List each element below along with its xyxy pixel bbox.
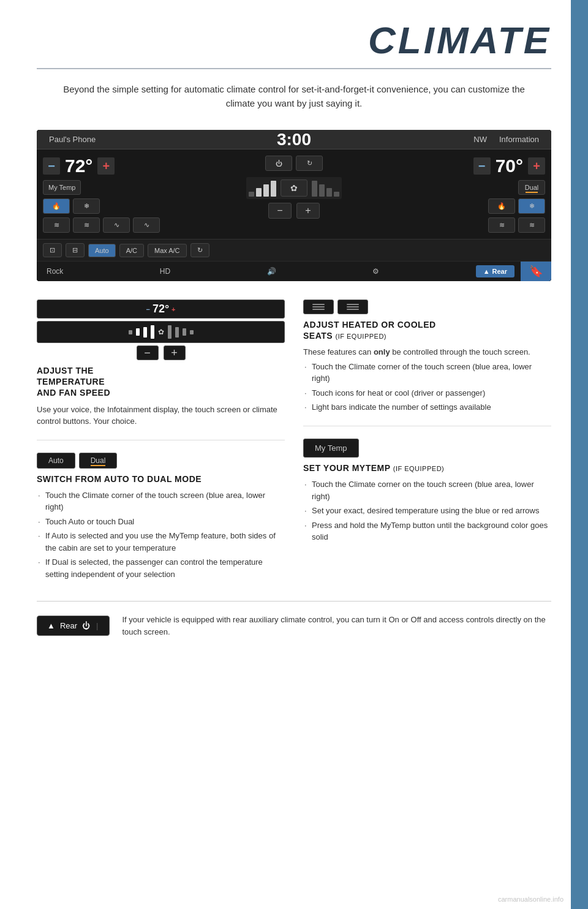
phone-label: Paul's Phone bbox=[49, 135, 96, 144]
sl-5 bbox=[347, 306, 359, 307]
rear-button[interactable]: ▲ Rear bbox=[476, 265, 514, 277]
defrost-btn[interactable]: ⊟ bbox=[66, 243, 85, 257]
recirc-button[interactable]: ↻ bbox=[296, 156, 323, 171]
seat-cool-icon bbox=[337, 300, 368, 314]
infotainment-topbar: Paul's Phone 3:00 NW Information bbox=[37, 130, 551, 149]
content-section: − 72° + ✿ − bbox=[0, 281, 588, 583]
seats-bullet-1: Touch the Climate corner of the touch sc… bbox=[303, 361, 551, 385]
media-station: Rock bbox=[47, 267, 63, 276]
infotainment-body: − 72° + My Temp 🔥 ❄ ≋ ≋ ∿ ∿ bbox=[37, 149, 551, 239]
header: CLIMATE bbox=[0, 0, 588, 62]
sl-6 bbox=[347, 309, 359, 310]
adjust-temp-body: Use your voice, the Infotainment display… bbox=[37, 404, 285, 428]
passenger-airflow-btns: ≋ ≋ bbox=[392, 217, 545, 233]
divider-1 bbox=[37, 440, 285, 440]
adjust-seats-section: ADJUST HEATED OR COOLED SEATS (IF EQUIPP… bbox=[303, 300, 551, 413]
seat-icons-row bbox=[303, 300, 551, 314]
adjust-temp-heading: ADJUST THE TEMPERATURE AND FAN SPEED bbox=[37, 365, 285, 399]
fan-bar-1 bbox=[249, 192, 254, 197]
auto-icon-pill: Auto bbox=[37, 453, 75, 469]
recirculate-btn[interactable]: ↻ bbox=[190, 243, 209, 257]
ac-btn[interactable]: A/C bbox=[119, 244, 144, 257]
pm-row: − + bbox=[37, 345, 285, 360]
right-accent-bar bbox=[571, 0, 588, 909]
driver-airflow-btns: ≋ ≋ ∿ ∿ bbox=[43, 217, 196, 233]
speaker-icon: 🔊 bbox=[267, 267, 276, 276]
rear-arrow-icon: ▲ bbox=[47, 621, 55, 630]
fmb-7 bbox=[183, 328, 186, 336]
page-title: CLIMATE bbox=[368, 19, 551, 61]
fan-increase-btn[interactable]: + bbox=[296, 203, 320, 219]
intro-text: Beyond the simple setting for automatic … bbox=[0, 69, 588, 124]
content-left: − 72° + ✿ − bbox=[37, 300, 285, 583]
passenger-seat-btns: 🔥 ❄ bbox=[392, 198, 545, 214]
passenger-airflow-btn[interactable]: ≋ bbox=[488, 217, 515, 233]
fan-symbol: ✿ bbox=[158, 328, 164, 336]
fan-decrease-btn[interactable]: − bbox=[268, 203, 292, 219]
center-controls: ⏻ ↻ ✿ − + bbox=[202, 156, 386, 233]
passenger-temp-display: 70° bbox=[496, 156, 523, 176]
driver-seat-heat-btn[interactable]: 🔥 bbox=[43, 198, 70, 214]
infotainment-control-bar: ⊡ ⊟ Auto A/C Max A/C ↻ bbox=[37, 239, 551, 261]
driver-temp-decrease[interactable]: − bbox=[43, 157, 60, 175]
sl-3 bbox=[312, 309, 325, 310]
driver-temp-display: 72° bbox=[65, 156, 92, 176]
fan-bar-5 bbox=[312, 181, 317, 197]
mytemp-bullets: Touch the Climate corner on the touch sc… bbox=[303, 478, 551, 543]
switch-bullet-3: If Auto is selected and you use the MyTe… bbox=[37, 530, 285, 554]
driver-controls: − 72° + My Temp 🔥 ❄ ≋ ≋ ∿ ∿ bbox=[43, 156, 196, 233]
rear-label: Rear bbox=[60, 621, 77, 630]
driver-airflow4-btn[interactable]: ∿ bbox=[133, 217, 160, 233]
fmb-4 bbox=[151, 325, 154, 339]
mytemp-button[interactable]: My Temp bbox=[43, 180, 81, 195]
dual-btn-row: Dual bbox=[392, 180, 545, 195]
vent-btn[interactable]: ⊡ bbox=[43, 243, 62, 257]
footer-text: If your vehicle is equipped with rear au… bbox=[122, 614, 551, 638]
temp-control-icon: − 72° + bbox=[37, 300, 285, 319]
passenger-seat-cool-btn[interactable]: ❄ bbox=[518, 198, 545, 214]
power-button[interactable]: ⏻ bbox=[265, 156, 292, 171]
fan-bar-7 bbox=[326, 188, 332, 197]
dual-indicator bbox=[91, 465, 105, 466]
adjust-temp-section: − 72° + ✿ − bbox=[37, 300, 285, 428]
footer-section: ▲ Rear ⏻ | If your vehicle is equipped w… bbox=[37, 601, 551, 656]
seat-heat-icon bbox=[303, 300, 334, 314]
mytemp-section: My Temp SET YOUR MYTEMP (IF EQUIPPED) To… bbox=[303, 439, 551, 543]
power-icon: ⏻ bbox=[82, 621, 90, 630]
passenger-temp-increase[interactable]: + bbox=[528, 157, 545, 175]
passenger-seat-heat-btn[interactable]: 🔥 bbox=[488, 198, 515, 214]
adjust-seats-heading: ADJUST HEATED OR COOLED SEATS (IF EQUIPP… bbox=[303, 319, 551, 341]
driver-btn-row: My Temp bbox=[43, 180, 196, 195]
auto-btn[interactable]: Auto bbox=[88, 244, 116, 257]
fan-icon-display: ✿ bbox=[37, 321, 285, 343]
passenger-controls: − 70° + Dual 🔥 ❄ ≋ ≋ bbox=[392, 156, 545, 233]
settings-icon: ⚙ bbox=[372, 267, 379, 276]
footer-rear-control[interactable]: ▲ Rear ⏻ | bbox=[37, 616, 110, 636]
fan-speed-display: ✿ bbox=[246, 177, 342, 199]
fmb-3 bbox=[143, 327, 147, 338]
divider-2 bbox=[303, 426, 551, 426]
fmb-6 bbox=[175, 327, 179, 338]
switch-mode-bullets: Touch the Climate corner of the touch sc… bbox=[37, 489, 285, 581]
driver-airflow-btn[interactable]: ≋ bbox=[43, 217, 70, 233]
passenger-temp-decrease[interactable]: − bbox=[473, 157, 491, 175]
driver-airflow3-btn[interactable]: ∿ bbox=[103, 217, 130, 233]
driver-temp-increase[interactable]: + bbox=[97, 157, 115, 175]
vertical-divider: | bbox=[96, 621, 98, 630]
dual-button[interactable]: Dual bbox=[518, 180, 545, 195]
bookmark-icon: 🔖 bbox=[529, 265, 543, 278]
fan-pm-controls: − + bbox=[268, 203, 320, 219]
blue-corner-tab[interactable]: 🔖 bbox=[521, 262, 551, 281]
driver-airflow2-btn[interactable]: ≋ bbox=[73, 217, 100, 233]
maxac-btn[interactable]: Max A/C bbox=[148, 244, 187, 257]
auto-dual-icons: Auto Dual bbox=[37, 453, 285, 469]
switch-bullet-2: Touch Auto or touch Dual bbox=[37, 516, 285, 528]
watermark: carmanualsonline.info bbox=[498, 896, 564, 903]
fan-bar-3 bbox=[263, 184, 269, 197]
seats-bullet-3: Light bars indicate the number of settin… bbox=[303, 401, 551, 413]
fan-bar-4 bbox=[271, 181, 276, 197]
passenger-airflow2-btn[interactable]: ≋ bbox=[518, 217, 545, 233]
mytemp-bullet-3: Press and hold the MyTemp button until t… bbox=[303, 519, 551, 543]
driver-seat-cool-btn[interactable]: ❄ bbox=[73, 198, 100, 214]
fan-bar-2 bbox=[256, 188, 262, 197]
